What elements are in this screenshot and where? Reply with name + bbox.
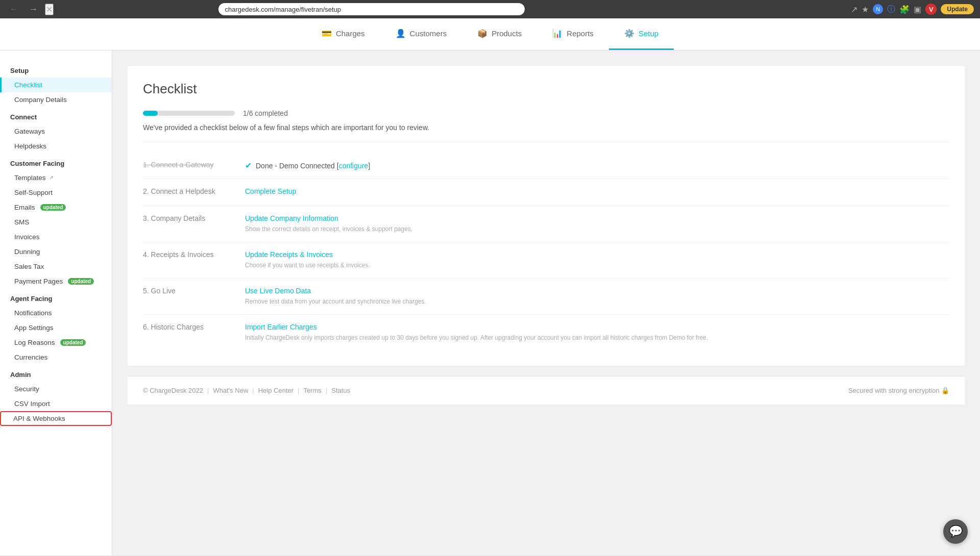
reports-icon: 📊 [552, 29, 562, 38]
log-reasons-updated-badge: updated [60, 339, 86, 346]
footer-sep-3: | [298, 387, 299, 394]
url-text: chargedesk.com/manage/fivetran/setup [225, 6, 341, 13]
share-icon[interactable]: ↗ [851, 5, 857, 14]
checklist-step-5: 5. Go Live [143, 287, 235, 306]
progress-description: We've provided a checklist below of a fe… [143, 123, 949, 132]
action-desc-4: Choose if you want to use receipts & inv… [245, 261, 949, 270]
checklist-card: Checklist 1/6 completed We've provided a… [128, 66, 965, 366]
checklist-action-6: Import Earlier Charges Initially ChargeD… [245, 323, 949, 342]
sidebar-security-label: Security [14, 385, 39, 393]
main-layout: Setup Checklist Company Details Connect … [0, 50, 980, 555]
sidebar-item-log-reasons[interactable]: Log Reasons updated [0, 335, 112, 350]
checkmark-icon-1: ✔ [245, 161, 252, 170]
checklist-item-1: 1. Connect a Gateway ✔ Done - Demo Conne… [143, 153, 949, 179]
sidebar-item-self-support[interactable]: Self-Support [0, 185, 112, 200]
progress-bar-fill [143, 111, 158, 116]
action-link-6[interactable]: Import Earlier Charges [245, 323, 949, 331]
checklist-action-4: Update Receipts & Invoices Choose if you… [245, 250, 949, 270]
configure-link-1[interactable]: configure [339, 162, 369, 170]
sidebar-item-api-webhooks[interactable]: API & Webhooks [0, 411, 112, 426]
back-button[interactable]: ← [6, 3, 21, 16]
nav-setup[interactable]: ⚙️ Setup [609, 18, 674, 50]
checklist-action-5: Use Live Demo Data Remove test data from… [245, 287, 949, 306]
sidebar-section-setup: Setup [0, 61, 112, 78]
sidebar-item-security[interactable]: Security [0, 382, 112, 396]
sidebar-item-currencies[interactable]: Currencies [0, 350, 112, 365]
setup-icon: ⚙️ [624, 29, 634, 38]
action-link-5[interactable]: Use Live Demo Data [245, 287, 949, 295]
sidebar-company-details-label: Company Details [14, 96, 67, 104]
sidebar-item-csv-import[interactable]: CSV Import [0, 396, 112, 411]
sidebar-item-company-details[interactable]: Company Details [0, 92, 112, 107]
sidebar-item-sms[interactable]: SMS [0, 215, 112, 230]
sidebar-item-emails[interactable]: Emails updated [0, 200, 112, 215]
content-area: Checklist 1/6 completed We've provided a… [112, 50, 980, 555]
footer-sep-2: | [252, 387, 254, 394]
progress-label: 1/6 completed [243, 109, 288, 117]
footer-sep-1: | [207, 387, 209, 394]
done-row-1: ✔ Done - Demo Connected [configure] [245, 161, 949, 170]
sidebar-invoices-label: Invoices [14, 233, 40, 241]
star-icon[interactable]: ★ [862, 5, 869, 14]
sidebar-item-notifications[interactable]: Notifications [0, 306, 112, 320]
sidebar-section-connect: Connect [0, 107, 112, 124]
action-desc-5: Remove test data from your account and s… [245, 297, 949, 306]
nav-reports[interactable]: 📊 Reports [537, 18, 609, 50]
sidebar-notifications-label: Notifications [14, 309, 52, 317]
sidebar-sales-tax-label: Sales Tax [14, 263, 44, 270]
checklist-action-1: ✔ Done - Demo Connected [configure] [245, 161, 949, 170]
footer-whats-new[interactable]: What's New [213, 387, 248, 394]
info-icon[interactable]: ⓘ [887, 4, 895, 15]
extension-icon[interactable]: N [873, 4, 883, 14]
sidebar-dunning-label: Dunning [14, 248, 40, 256]
checklist-step-4: 4. Receipts & Invoices [143, 250, 235, 270]
checklist-item-3: 3. Company Details Update Company Inform… [143, 206, 949, 242]
nav-customers[interactable]: 👤 Customers [380, 18, 462, 50]
nav-products[interactable]: 📦 Products [462, 18, 537, 50]
browser-chrome: ← → ✕ chargedesk.com/manage/fivetran/set… [0, 0, 980, 18]
sidebar-currencies-label: Currencies [14, 353, 47, 361]
sidebar-section-customer-facing: Customer Facing [0, 154, 112, 170]
sidebar-item-app-settings[interactable]: App Settings [0, 320, 112, 335]
emails-updated-badge: updated [40, 204, 66, 211]
checklist-action-2: Complete Setup [245, 187, 949, 197]
charges-icon: 💳 [322, 29, 332, 38]
address-bar[interactable]: chargedesk.com/manage/fivetran/setup [218, 3, 525, 15]
puzzle-icon[interactable]: 🧩 [899, 5, 910, 14]
footer-status[interactable]: Status [331, 387, 350, 394]
checklist-action-3: Update Company Information Show the corr… [245, 214, 949, 234]
sidebar: Setup Checklist Company Details Connect … [0, 50, 112, 555]
action-link-3[interactable]: Update Company Information [245, 214, 949, 222]
sidebar-csv-import-label: CSV Import [14, 400, 50, 408]
sidebar-item-payment-pages[interactable]: Payment Pages updated [0, 274, 112, 289]
reload-button[interactable]: ✕ [45, 4, 54, 15]
sidebar-templates-label: Templates [14, 174, 46, 182]
action-desc-6: Initially ChargeDesk only imports charge… [245, 333, 949, 342]
action-link-2[interactable]: Complete Setup [245, 187, 949, 195]
sidebar-log-reasons-label: Log Reasons [14, 339, 55, 346]
progress-section: 1/6 completed We've provided a checklist… [143, 109, 949, 142]
chat-button[interactable]: 💬 [943, 519, 968, 544]
footer-terms[interactable]: Terms [303, 387, 321, 394]
sidebar-api-webhooks-label: API & Webhooks [13, 415, 65, 422]
avatar-icon[interactable]: V [925, 4, 937, 15]
forward-button[interactable]: → [26, 3, 41, 16]
progress-row: 1/6 completed [143, 109, 949, 117]
nav-customers-label: Customers [410, 29, 447, 38]
sidebar-item-helpdesks[interactable]: Helpdesks [0, 139, 112, 154]
sidebar-item-templates[interactable]: Templates ↗ [0, 170, 112, 185]
footer-help-center[interactable]: Help Center [258, 387, 293, 394]
nav-charges[interactable]: 💳 Charges [306, 18, 380, 50]
checklist-item-6: 6. Historic Charges Import Earlier Charg… [143, 315, 949, 350]
sidebar-item-sales-tax[interactable]: Sales Tax [0, 259, 112, 274]
sidebar-item-checklist[interactable]: Checklist [0, 78, 112, 92]
sidebar-item-gateways[interactable]: Gateways [0, 124, 112, 139]
sidebar-item-invoices[interactable]: Invoices [0, 230, 112, 244]
update-button[interactable]: Update [941, 4, 974, 14]
nav-charges-label: Charges [336, 29, 365, 38]
window-icon[interactable]: ▣ [914, 5, 921, 14]
progress-bar-background [143, 111, 235, 116]
page-title: Checklist [143, 81, 949, 97]
action-link-4[interactable]: Update Receipts & Invoices [245, 250, 949, 259]
sidebar-item-dunning[interactable]: Dunning [0, 244, 112, 259]
